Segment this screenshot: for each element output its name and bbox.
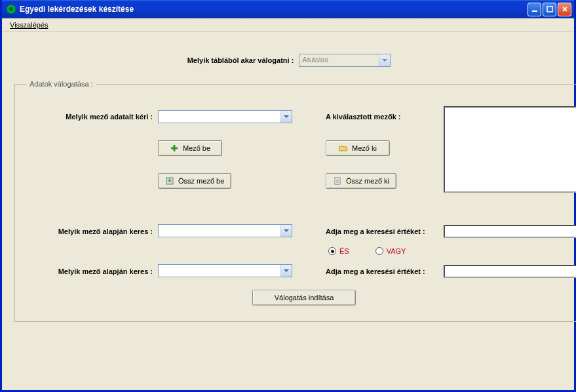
field-request-combo[interactable] — [158, 110, 292, 123]
minimize-button[interactable] — [528, 3, 541, 16]
table-select-label: Melyik táblából akar válogatni : — [187, 56, 294, 64]
table-select-combo[interactable]: Atutalas — [299, 54, 391, 67]
menu-back-label: Visszalépés — [10, 21, 48, 29]
close-icon — [562, 6, 568, 12]
radio-and[interactable]: ÉS — [328, 247, 349, 255]
start-selection-button[interactable]: Válogatás indítása — [252, 290, 356, 305]
field-in-label: Mező be — [183, 144, 210, 152]
all-fields-in-button[interactable]: Össz mező be — [158, 173, 231, 189]
all-fields-in-label: Össz mező be — [178, 177, 224, 185]
maximize-button[interactable] — [543, 3, 556, 16]
app-window: Egyedi lekérdezések készítése Visszalépé… — [0, 0, 576, 392]
plus-icon — [170, 144, 179, 153]
maximize-icon — [547, 6, 553, 12]
chevron-down-icon — [280, 225, 292, 237]
menubar: Visszalépés — [2, 18, 574, 31]
table-select-row: Melyik táblából akar válogatni : Atutala… — [7, 54, 571, 67]
close-button[interactable] — [558, 3, 571, 16]
table-select-value: Atutalas — [299, 54, 379, 66]
field-out-button[interactable]: Mező ki — [326, 140, 390, 156]
search1-field-label: Melyik mező alapján keres : — [27, 227, 158, 235]
search1-field-combo[interactable] — [158, 224, 292, 237]
search2-field-combo[interactable] — [158, 264, 292, 277]
start-row: Válogatás indítása — [27, 290, 576, 305]
all-fields-out-label: Össz mező ki — [346, 177, 389, 185]
client-area: Melyik táblából akar válogatni : Atutala… — [4, 31, 574, 390]
svg-rect-3 — [547, 7, 552, 12]
window-controls — [528, 3, 571, 16]
radio-dot-icon — [328, 247, 336, 255]
disk-arrow-icon — [165, 176, 174, 186]
chevron-down-icon — [280, 265, 292, 277]
doc-icon — [333, 176, 342, 186]
all-fields-out-button[interactable]: Össz mező ki — [326, 173, 396, 189]
search2-value-label: Adja meg a keresési értéket : — [326, 267, 444, 275]
search1-field-value — [159, 225, 280, 237]
radio-dot-icon — [375, 247, 383, 255]
svg-point-1 — [9, 7, 13, 11]
selected-fields-listbox[interactable] — [444, 106, 576, 193]
svg-rect-2 — [532, 10, 537, 12]
radio-and-label: ÉS — [339, 247, 349, 255]
search2-value-input[interactable] — [444, 265, 576, 278]
titlebar: Egyedi lekérdezések készítése — [2, 0, 574, 18]
app-icon — [6, 4, 16, 14]
fields-grid: Melyik mező adatait kéri : A kiválasztot… — [27, 106, 576, 278]
window-title: Egyedi lekérdezések készítése — [20, 5, 528, 14]
data-selection-group: Adatok válogatása : Melyik mező adatait … — [14, 80, 576, 322]
selected-fields-label: A kiválasztott mezők : — [326, 113, 444, 121]
search1-value-input[interactable] — [444, 225, 576, 238]
search2-field-value — [159, 265, 280, 277]
field-request-label: Melyik mező adatait kéri : — [27, 113, 158, 121]
group-legend: Adatok válogatása : — [27, 80, 96, 88]
start-selection-label: Válogatás indítása — [275, 294, 334, 302]
menu-back[interactable]: Visszalépés — [6, 20, 52, 29]
radio-or[interactable]: VAGY — [375, 247, 406, 255]
field-in-button[interactable]: Mező be — [158, 140, 222, 156]
chevron-down-icon — [280, 111, 292, 123]
radio-or-label: VAGY — [387, 247, 406, 255]
field-request-value — [159, 111, 280, 123]
search2-field-label: Melyik mező alapján keres : — [27, 267, 158, 275]
minimize-icon — [531, 6, 538, 12]
field-out-label: Mező ki — [352, 144, 377, 152]
search1-value-label: Adja meg a keresési értéket : — [326, 227, 444, 235]
folder-open-icon — [339, 144, 348, 153]
svg-rect-7 — [171, 147, 178, 149]
chevron-down-icon — [379, 54, 390, 66]
